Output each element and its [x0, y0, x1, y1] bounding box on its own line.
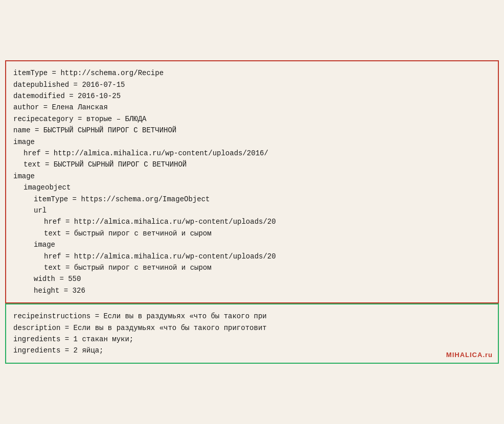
code-line: ingredients = 1 стакан муки;: [13, 334, 491, 345]
code-line: datepublished = 2016-07-15: [13, 79, 491, 90]
code-line: url: [13, 205, 491, 216]
code-line: recipeinstructions = Если вы в раздумьях…: [13, 311, 491, 322]
code-line: href = http://almica.mihalica.ru/wp-cont…: [13, 148, 491, 159]
code-line: image: [13, 239, 491, 250]
code-line: text = быстрый пирог с ветчиной и сыром: [13, 228, 491, 239]
watermark-prefix: MIHALICA: [446, 351, 483, 359]
code-line: text = БЫСТРЫЙ СЫРНЫЙ ПИРОГ С ВЕТЧИНОЙ: [13, 159, 491, 170]
code-line: href = http://almica.mihalica.ru/wp-cont…: [13, 216, 491, 227]
code-line: image: [13, 171, 491, 182]
code-line: image: [13, 136, 491, 148]
code-line: width = 550: [13, 273, 491, 285]
code-line: height = 326: [13, 285, 491, 296]
code-line: ingredients = 2 яйца;: [13, 345, 491, 356]
code-line: author = Елена Ланская: [13, 102, 491, 113]
code-line: itemType = https://schema.org/ImageObjec…: [13, 194, 491, 205]
code-line: href = http://almica.mihalica.ru/wp-cont…: [13, 251, 491, 262]
code-line: text = быстрый пирог с ветчиной и сыром: [13, 262, 491, 273]
code-line: recipecategory = вторые – БЛЮДА: [13, 113, 491, 125]
green-box: recipeinstructions = Если вы в раздумьях…: [5, 303, 499, 364]
code-line: datemodified = 2016-10-25: [13, 90, 491, 102]
watermark-suffix: .ru: [483, 351, 493, 359]
code-line: itemType = http://schema.org/Recipe: [13, 67, 491, 79]
red-box: itemType = http://schema.org/Recipedatep…: [5, 60, 499, 303]
code-line: description = Если вы в раздумьях «что б…: [13, 322, 491, 334]
main-container: itemType = http://schema.org/Recipedatep…: [5, 60, 499, 363]
code-line: imageobject: [13, 182, 491, 193]
watermark: MIHALICA.ru: [446, 351, 493, 359]
code-line: name = БЫСТРЫЙ СЫРНЫЙ ПИРОГ С ВЕТЧИНОЙ: [13, 125, 491, 136]
